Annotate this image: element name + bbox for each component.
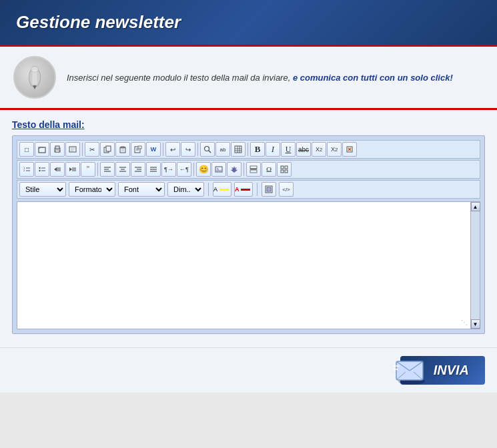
info-icon bbox=[13, 56, 56, 99]
decrease-indent-button[interactable] bbox=[50, 162, 65, 177]
ltr-button[interactable]: ¶→ bbox=[161, 162, 176, 177]
info-bar: Inserisci nel seguente modulo il testo d… bbox=[0, 47, 497, 110]
align-center-button[interactable] bbox=[115, 162, 130, 177]
replace-button[interactable]: ab bbox=[215, 142, 230, 157]
blockquote-button[interactable]: " bbox=[81, 162, 95, 177]
unordered-list-button[interactable] bbox=[35, 162, 49, 177]
svg-rect-74 bbox=[267, 187, 271, 191]
new-doc-button[interactable]: □ bbox=[19, 142, 34, 157]
svg-marker-42 bbox=[54, 167, 57, 171]
svg-rect-67 bbox=[250, 170, 257, 173]
paste-button[interactable] bbox=[115, 142, 130, 157]
editor-container: □ ✂ T W ↩ ↪ bbox=[12, 135, 485, 334]
scrollbar[interactable]: ▲ ▼ bbox=[470, 202, 480, 329]
scroll-down[interactable]: ▼ bbox=[471, 319, 480, 329]
svg-marker-64 bbox=[215, 169, 222, 171]
submit-button[interactable]: INVIA bbox=[400, 356, 485, 385]
maximize-button[interactable] bbox=[262, 182, 276, 197]
svg-rect-72 bbox=[285, 170, 288, 173]
submit-area: INVIA bbox=[0, 347, 497, 393]
svg-rect-7 bbox=[55, 146, 59, 149]
subscript-button[interactable]: X2 bbox=[312, 142, 326, 157]
scroll-up[interactable]: ▲ bbox=[471, 202, 480, 211]
redo-button[interactable]: ↪ bbox=[181, 142, 195, 157]
bold-button[interactable]: B bbox=[250, 142, 265, 157]
superscript-button[interactable]: X2 bbox=[327, 142, 342, 157]
cut-button[interactable]: ✂ bbox=[85, 142, 99, 157]
special-char-button[interactable]: Ω bbox=[262, 162, 276, 177]
separator bbox=[257, 183, 258, 196]
strikethrough-button[interactable]: abc bbox=[296, 142, 311, 157]
undo-button[interactable]: ↩ bbox=[165, 142, 180, 157]
anchor-button[interactable] bbox=[227, 162, 241, 177]
resize-handle[interactable]: ⋱ bbox=[461, 319, 469, 327]
format-select[interactable]: Formato Paragraph bbox=[69, 182, 115, 197]
style-select[interactable]: Stile Normal Heading 1 bbox=[19, 182, 66, 197]
separator bbox=[208, 183, 209, 196]
svg-point-38 bbox=[39, 167, 40, 169]
svg-line-25 bbox=[209, 151, 211, 153]
separator bbox=[97, 163, 98, 176]
ordered-list-button[interactable]: 1.2. bbox=[19, 162, 34, 177]
separator bbox=[82, 143, 83, 156]
page-header: Gestione newsletter bbox=[0, 0, 497, 47]
svg-rect-71 bbox=[281, 170, 284, 173]
svg-rect-70 bbox=[285, 166, 288, 169]
toolbar-row-1: □ ✂ T W ↩ ↪ bbox=[17, 140, 480, 159]
preview-button[interactable] bbox=[65, 142, 80, 157]
image-button[interactable] bbox=[211, 162, 226, 177]
table-button[interactable] bbox=[231, 142, 245, 157]
italic-button[interactable]: I bbox=[266, 142, 280, 157]
svg-point-40 bbox=[39, 170, 40, 171]
info-description: Inserisci nel seguente modulo il testo d… bbox=[67, 73, 453, 83]
envelope-icon bbox=[394, 356, 430, 385]
page-title: Gestione newsletter bbox=[16, 12, 481, 33]
show-blocks-button[interactable] bbox=[277, 162, 292, 177]
svg-marker-3 bbox=[33, 85, 37, 89]
hline-button[interactable] bbox=[246, 162, 261, 177]
svg-rect-26 bbox=[235, 146, 241, 153]
svg-rect-66 bbox=[250, 166, 257, 169]
svg-marker-46 bbox=[69, 167, 72, 171]
underline-button[interactable]: U bbox=[281, 142, 296, 157]
rtl-button[interactable]: ←¶ bbox=[177, 162, 191, 177]
size-select[interactable]: Dim... 8pt 10pt 12pt 14pt bbox=[167, 182, 204, 197]
separator bbox=[243, 163, 244, 176]
svg-text:T: T bbox=[139, 147, 140, 149]
separator bbox=[247, 143, 248, 156]
font-color-button[interactable]: A bbox=[234, 182, 253, 197]
email-body-textarea[interactable] bbox=[17, 202, 480, 329]
main-content: Testo della mail: □ ✂ T bbox=[0, 110, 497, 347]
increase-indent-button[interactable] bbox=[65, 162, 80, 177]
svg-rect-4 bbox=[32, 70, 37, 85]
section-label: Testo della mail: bbox=[12, 119, 485, 130]
svg-rect-14 bbox=[106, 146, 111, 151]
smiley-button[interactable]: 😊 bbox=[196, 162, 211, 177]
separator bbox=[197, 143, 198, 156]
align-left-button[interactable] bbox=[100, 162, 115, 177]
source-button[interactable]: </> bbox=[279, 182, 294, 197]
svg-text:2.: 2. bbox=[23, 169, 25, 172]
paste-text-button[interactable]: T bbox=[131, 142, 145, 157]
svg-rect-69 bbox=[281, 166, 284, 169]
svg-marker-65 bbox=[231, 166, 237, 173]
print-button[interactable] bbox=[50, 142, 65, 157]
submit-label: INVIA bbox=[434, 363, 469, 378]
paste-word-button[interactable]: W bbox=[146, 142, 161, 157]
toolbar-row-2: 1.2. " ¶→ bbox=[17, 160, 480, 179]
toolbar-selects: Stile Normal Heading 1 Formato Paragraph… bbox=[17, 180, 480, 199]
svg-rect-8 bbox=[55, 150, 59, 152]
remove-format-button[interactable] bbox=[342, 142, 357, 157]
open-button[interactable] bbox=[35, 142, 49, 157]
separator bbox=[193, 163, 194, 176]
font-select[interactable]: Font Arial Times New Roman Verdana bbox=[118, 182, 165, 197]
align-right-button[interactable] bbox=[131, 162, 145, 177]
align-justify-button[interactable] bbox=[146, 162, 161, 177]
copy-button[interactable] bbox=[100, 142, 115, 157]
find-button[interactable] bbox=[200, 142, 215, 157]
svg-point-24 bbox=[205, 147, 209, 151]
bg-color-button[interactable]: A bbox=[213, 182, 231, 197]
edit-area-wrapper: ▲ ▼ ⋱ bbox=[17, 201, 480, 329]
separator bbox=[163, 143, 163, 156]
pen-icon bbox=[23, 65, 47, 89]
